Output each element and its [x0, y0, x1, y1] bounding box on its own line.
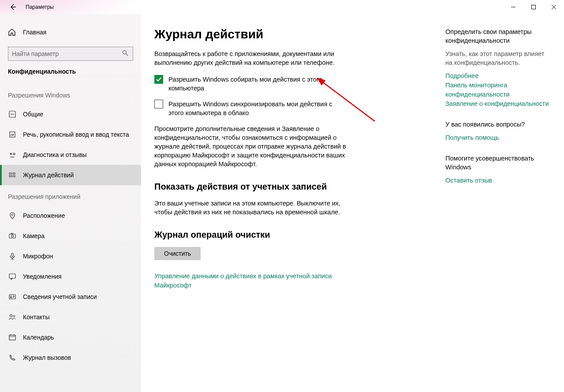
svg-rect-12	[11, 233, 13, 234]
group-windows-permissions: Разрешения Windows	[0, 84, 141, 104]
sidebar-item-contacts-icon	[8, 313, 17, 321]
sidebar-item-location-icon	[8, 212, 17, 220]
aside-privacy-heading: Определить свои параметры конфиденциальн…	[445, 27, 551, 45]
sidebar-item-diagnostics[interactable]: Диагностика и отзывы	[0, 145, 141, 165]
svg-rect-4	[10, 132, 15, 137]
sidebar-item-diagnostics-icon	[8, 151, 17, 159]
home-label: Главная	[23, 29, 46, 36]
checkbox-input[interactable]	[154, 100, 163, 108]
svg-point-9	[11, 214, 13, 216]
search-box[interactable]	[8, 47, 133, 61]
sidebar-item-label: Уведомления	[23, 273, 62, 280]
sidebar-item-camera[interactable]: Камера	[0, 226, 141, 246]
sidebar-item-label: Календарь	[23, 334, 54, 341]
home-icon	[8, 28, 17, 36]
checkbox-sync-activities[interactable]: Разрешить Windows синхронизировать мои д…	[154, 100, 340, 117]
svg-rect-0	[532, 5, 536, 9]
accounts-text: Это ваши учетные записи на этом компьюте…	[154, 199, 357, 217]
svg-rect-10	[9, 234, 15, 238]
link-privacy-dashboard[interactable]: Панель мониторинга конфиденциальности	[445, 81, 551, 99]
clear-button[interactable]: Очистить	[154, 247, 201, 260]
sidebar-item-activity-history[interactable]: Журнал действий	[0, 165, 141, 185]
svg-rect-19	[9, 335, 15, 340]
sidebar-item-microphone[interactable]: Микрофон	[0, 246, 141, 266]
group-app-permissions: Разрешения приложений	[0, 185, 141, 205]
intro-text: Возвращайтесь к работе с приложениями, д…	[154, 49, 357, 67]
svg-point-1	[123, 51, 127, 54]
window-controls	[503, 0, 564, 14]
clear-heading: Журнал операций очистки	[154, 230, 428, 240]
checkbox-label: Разрешить Windows собирать мои действия …	[168, 75, 340, 93]
titlebar: Параметры	[0, 0, 564, 14]
sidebar-item-microphone-icon	[8, 252, 17, 260]
manage-account-data-link[interactable]: Управление данными о действиях в рамках …	[154, 272, 340, 290]
sidebar-item-call-history[interactable]: Журнал вызовов	[0, 347, 141, 368]
section-title: Конфиденциальность	[0, 68, 141, 84]
sidebar-item-speech-icon	[8, 131, 17, 138]
sidebar-item-label: Сведения учетной записи	[23, 293, 97, 300]
search-icon	[122, 50, 129, 58]
link-privacy-statement[interactable]: Заявление о конфиденциальности	[445, 99, 551, 108]
aside-improve-heading: Помогите усовершенствовать Windows	[445, 154, 551, 172]
close-button[interactable]	[544, 0, 564, 14]
sidebar-item-general-icon	[8, 110, 17, 118]
aside-questions-heading: У вас появились вопросы?	[445, 120, 551, 129]
search-input[interactable]	[12, 50, 122, 57]
sidebar-item-speech[interactable]: Речь, рукописный ввод и ввод текста	[0, 124, 141, 145]
sidebar-item-notifications[interactable]: Уведомления	[0, 266, 141, 287]
sidebar: Главная Конфиденциальность Разрешения Wi…	[0, 14, 141, 392]
checkbox-input[interactable]	[154, 75, 163, 84]
sidebar-item-location[interactable]: Расположение	[0, 205, 141, 226]
details-text: Просмотрите дополнительные сведения и За…	[154, 124, 357, 168]
aside-privacy-text: Узнать, как этот параметр влияет на конф…	[445, 49, 551, 67]
svg-point-11	[11, 235, 14, 237]
sidebar-item-activity-history-icon	[8, 171, 17, 179]
checkbox-label: Разрешить Windows синхронизировать мои д…	[168, 100, 340, 117]
svg-rect-5	[9, 173, 11, 174]
svg-point-18	[13, 315, 15, 317]
sidebar-item-label: Расположение	[23, 212, 65, 219]
main-content: Журнал действий Возвращайтесь к работе с…	[141, 14, 564, 392]
svg-rect-7	[13, 173, 15, 174]
minimize-button[interactable]	[503, 0, 523, 14]
sidebar-item-label: Контакты	[23, 314, 49, 321]
window-title: Параметры	[26, 4, 54, 10]
sidebar-item-label: Журнал вызовов	[23, 354, 71, 361]
sidebar-item-contacts[interactable]: Контакты	[0, 307, 141, 327]
page-title: Журнал действий	[154, 27, 428, 41]
back-button[interactable]	[8, 2, 18, 12]
sidebar-item-account-info-icon	[8, 293, 17, 301]
sidebar-item-notifications-icon	[8, 273, 17, 280]
svg-rect-14	[9, 274, 15, 278]
sidebar-item-account-info[interactable]: Сведения учетной записи	[0, 287, 141, 307]
svg-point-16	[11, 296, 12, 297]
svg-point-17	[10, 315, 12, 317]
svg-rect-8	[13, 175, 15, 177]
sidebar-item-label: Журнал действий	[23, 172, 74, 179]
accounts-heading: Показать действия от учетных записей	[154, 182, 428, 192]
svg-rect-13	[11, 253, 13, 257]
checkbox-collect-activities[interactable]: Разрешить Windows собирать мои действия …	[154, 75, 340, 93]
sidebar-item-label: Микрофон	[23, 253, 53, 260]
maximize-button[interactable]	[523, 0, 544, 14]
sidebar-item-camera-icon	[8, 232, 17, 240]
svg-rect-6	[9, 175, 11, 177]
link-get-help[interactable]: Получить помощь	[445, 133, 551, 142]
sidebar-item-label: Камера	[23, 232, 45, 239]
sidebar-item-calendar-icon	[8, 333, 17, 341]
aside: Определить свои параметры конфиденциальн…	[445, 27, 551, 392]
link-learn-more[interactable]: Подробнее	[445, 71, 551, 81]
sidebar-item-label: Речь, рукописный ввод и ввод текста	[23, 131, 129, 138]
home-link[interactable]: Главная	[0, 23, 141, 41]
sidebar-item-label: Диагностика и отзывы	[23, 151, 87, 158]
sidebar-item-calendar[interactable]: Календарь	[0, 327, 141, 347]
link-feedback[interactable]: Оставить отзыв	[445, 176, 551, 185]
sidebar-item-label: Общие	[23, 111, 43, 118]
sidebar-item-general[interactable]: Общие	[0, 104, 141, 124]
sidebar-item-call-history-icon	[8, 354, 17, 362]
